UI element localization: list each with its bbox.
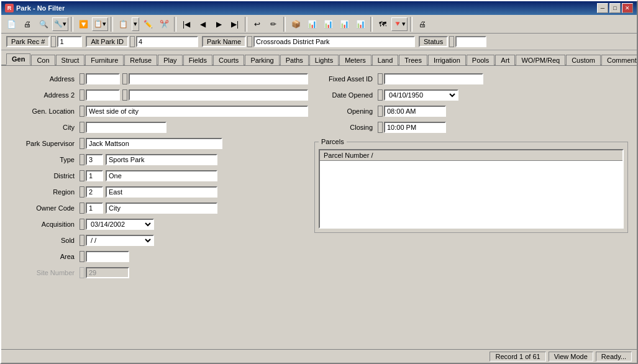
alt-park-id-label[interactable]: Alt Park ID — [86, 36, 129, 47]
menu1-button[interactable]: 🗺 — [375, 17, 390, 32]
tab-pools[interactable]: Pools — [467, 55, 495, 65]
tab-custom[interactable]: Custom — [566, 55, 601, 65]
prev-button[interactable]: ◀ — [195, 17, 210, 32]
park-name-input[interactable] — [253, 36, 415, 47]
tab-trees[interactable]: Trees — [399, 55, 427, 65]
park-rec-label[interactable]: Park Rec # — [6, 36, 50, 47]
owner-code-row: Owner Code — [10, 201, 308, 215]
site-number-row: Site Number — [10, 266, 308, 280]
supervisor-indicator — [80, 138, 84, 149]
tab-refuse[interactable]: Refuse — [124, 55, 157, 65]
last-button[interactable]: ▶| — [227, 17, 242, 32]
toolbar-dropdown-4[interactable]: 🔻▾ — [391, 17, 408, 31]
chart-button[interactable]: 📊 — [321, 17, 335, 32]
district-indicator — [80, 170, 84, 181]
closing-row: Closing — [314, 121, 628, 134]
map-button[interactable]: 📊 — [337, 17, 352, 32]
parcels-grid: Parcel Number / — [319, 149, 624, 229]
copy-button[interactable]: 📋 — [116, 17, 130, 32]
first-button[interactable]: |◀ — [179, 17, 194, 32]
tab-con[interactable]: Con — [31, 55, 55, 65]
ready-status: Ready... — [596, 352, 632, 362]
sold-select[interactable]: / / — [86, 235, 154, 246]
region-value-field[interactable] — [106, 186, 217, 198]
tab-furniture[interactable]: Furniture — [85, 55, 124, 65]
export-button[interactable]: 📊 — [304, 17, 319, 32]
address-field1[interactable] — [86, 73, 120, 84]
closing-field[interactable] — [384, 122, 446, 133]
owner-value-field[interactable] — [106, 202, 217, 214]
toolbar-dropdown-3[interactable]: ▾ — [132, 17, 139, 31]
opening-field[interactable] — [384, 106, 446, 117]
tab-courts[interactable]: Courts — [213, 55, 244, 65]
tab-struct[interactable]: Struct — [56, 55, 85, 65]
district-value-field[interactable] — [106, 170, 217, 181]
save-button[interactable]: ✏ — [266, 17, 281, 32]
owner-code-field[interactable] — [86, 202, 103, 214]
owner-code-label: Owner Code — [10, 204, 78, 212]
city-field[interactable] — [86, 122, 166, 133]
park-rec-input[interactable] — [57, 36, 82, 47]
tab-play[interactable]: Play — [158, 55, 182, 65]
tab-gen[interactable]: Gen — [6, 53, 30, 65]
help-button[interactable]: 🖨 — [415, 17, 430, 32]
type-code-field[interactable] — [86, 154, 103, 165]
type-value-field[interactable] — [106, 154, 217, 165]
cut-button[interactable]: ✂️ — [157, 17, 171, 32]
print-button[interactable]: 🖨 — [20, 17, 35, 32]
sep6 — [370, 17, 373, 32]
gen-location-field[interactable] — [86, 106, 308, 117]
new-button[interactable]: 📄 — [4, 17, 19, 32]
search-button[interactable]: 🔍 — [36, 17, 51, 32]
gis-button[interactable]: 📊 — [353, 17, 368, 32]
undo-button[interactable]: ↩ — [250, 17, 265, 32]
supervisor-field[interactable] — [86, 138, 222, 149]
date-opened-select[interactable]: 04/10/1950 — [384, 89, 458, 101]
left-column: Address Address 2 Gen. Location — [10, 72, 308, 282]
tab-irrigation[interactable]: Irrigation — [428, 55, 466, 65]
address2-field1[interactable] — [86, 89, 120, 101]
tab-meters[interactable]: Meters — [339, 55, 371, 65]
minimize-button[interactable]: ─ — [597, 3, 608, 13]
edit-button[interactable]: ✏️ — [140, 17, 155, 32]
parcels-body — [320, 161, 622, 223]
gen-location-row: Gen. Location — [10, 104, 308, 118]
park-name-label[interactable]: Park Name — [202, 36, 246, 47]
region-label: Region — [10, 188, 78, 196]
opening-label: Opening — [314, 107, 376, 115]
gen-location-indicator — [80, 106, 84, 117]
fixed-asset-field[interactable] — [384, 73, 483, 84]
app-icon: R — [5, 4, 14, 12]
address-field2[interactable] — [129, 73, 308, 84]
tab-paths[interactable]: Paths — [280, 55, 309, 65]
filter-button[interactable]: 🔽 — [76, 17, 91, 32]
toolbar-dropdown-1[interactable]: 🔧▾ — [52, 17, 68, 31]
city-indicator — [80, 122, 84, 133]
address-label: Address — [10, 75, 78, 83]
park-name-group: Park Name — [202, 36, 415, 47]
next-button[interactable]: ▶ — [211, 17, 226, 32]
area-field[interactable] — [86, 251, 129, 262]
maximize-button[interactable]: □ — [609, 3, 621, 13]
tab-lights[interactable]: Lights — [309, 55, 339, 65]
tab-parking[interactable]: Parking — [245, 55, 279, 65]
sep2 — [111, 17, 113, 32]
close-button[interactable]: ✕ — [622, 3, 633, 13]
alt-park-id-input[interactable] — [136, 36, 198, 47]
address2-row: Address 2 — [10, 88, 308, 102]
acquisition-select[interactable]: 03/14/2002 — [86, 219, 154, 230]
address2-field2[interactable] — [129, 89, 308, 101]
city-label: City — [10, 124, 78, 131]
tab-fields[interactable]: Fields — [183, 55, 212, 65]
tab-art[interactable]: Art — [495, 55, 515, 65]
region-code-field[interactable] — [86, 186, 103, 198]
district-code-field[interactable] — [86, 170, 103, 181]
reports-button[interactable]: 📦 — [288, 17, 303, 32]
status-input[interactable] — [455, 36, 486, 47]
tab-wo[interactable]: WO/PM/Req — [516, 55, 565, 65]
tab-comment[interactable]: Comment — [601, 55, 638, 65]
tab-land[interactable]: Land — [372, 55, 398, 65]
toolbar-dropdown-2[interactable]: 📋▾ — [92, 17, 108, 31]
owner-code-indicator — [80, 202, 84, 214]
status-label[interactable]: Status — [419, 36, 448, 47]
